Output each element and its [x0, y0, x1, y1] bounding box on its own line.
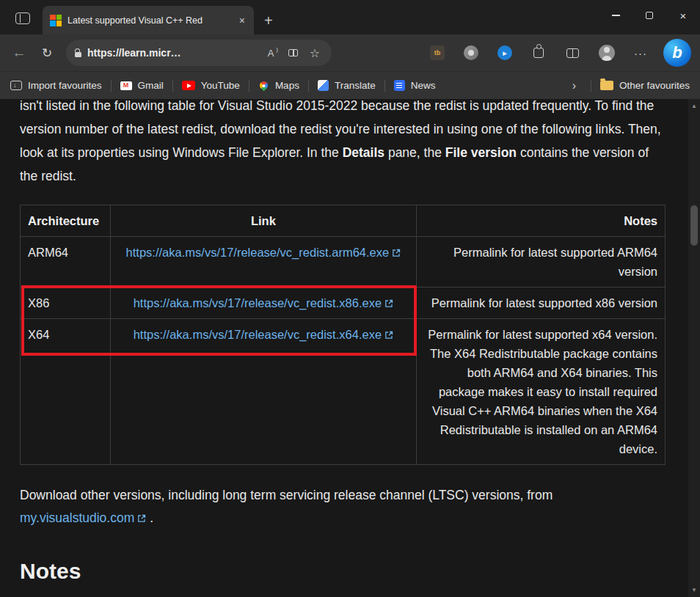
- book-icon: [288, 49, 298, 56]
- table-row-arm64: ARM64 https://aka.ms/vs/17/release/vc_re…: [21, 237, 666, 287]
- page-content: isn't listed in the following table for …: [0, 99, 700, 597]
- favorites-bar: Import favourites Gmail YouTube Maps Tra…: [0, 71, 700, 99]
- link-text: my.visualstudio.com: [20, 510, 134, 525]
- favorite-label: Gmail: [138, 80, 164, 91]
- favorite-star-icon[interactable]: ☆: [307, 45, 323, 61]
- arch-cell: X64: [21, 319, 111, 465]
- external-link-icon: [384, 331, 393, 340]
- favorite-gmail[interactable]: Gmail: [120, 80, 164, 91]
- external-link-icon: [384, 299, 393, 308]
- notes-heading: Notes: [20, 559, 666, 584]
- scroll-up-arrow[interactable]: ▲: [688, 103, 700, 109]
- favorites-overflow-chevron[interactable]: ›: [566, 79, 582, 92]
- external-link-icon: [137, 514, 146, 523]
- import-favorites-icon: [10, 81, 22, 90]
- notes-cell: Permalink for latest supported x86 versi…: [416, 287, 665, 319]
- arch-cell: ARM64: [21, 237, 111, 287]
- import-favourites-button[interactable]: Import favourites: [10, 80, 102, 91]
- other-favourites-button[interactable]: Other favourites: [600, 80, 690, 91]
- tab-close-icon[interactable]: ×: [238, 15, 247, 26]
- profile-avatar[interactable]: [599, 45, 615, 61]
- gmail-icon: [120, 81, 132, 90]
- arch-cell: X86: [21, 287, 111, 319]
- download-text: Download other versions, including long …: [20, 488, 553, 502]
- arm64-redist-link[interactable]: https://aka.ms/vs/17/release/vc_redist.a…: [126, 246, 401, 259]
- link-text: https://aka.ms/vs/17/release/vc_redist.x…: [134, 296, 382, 310]
- column-header-link: Link: [110, 205, 416, 237]
- bing-copilot-button[interactable]: b: [663, 39, 691, 67]
- link-cell: https://aka.ms/vs/17/release/vc_redist.x…: [110, 319, 416, 465]
- table-header-row: Architecture Link Notes: [21, 205, 666, 237]
- favorite-maps[interactable]: Maps: [258, 80, 299, 91]
- link-text: https://aka.ms/vs/17/release/vc_redist.x…: [134, 328, 382, 341]
- lock-icon: [75, 52, 81, 57]
- browser-window: Latest supported Visual C++ Red × + × ← …: [0, 0, 700, 597]
- separator: [384, 80, 385, 92]
- favorite-label: YouTube: [201, 80, 240, 91]
- new-tab-button[interactable]: +: [264, 13, 273, 28]
- intro-bold-details: Details: [343, 145, 384, 160]
- scroll-down-arrow[interactable]: ▼: [688, 587, 700, 593]
- favorite-label: Translate: [335, 80, 376, 91]
- favorite-news[interactable]: News: [394, 80, 436, 91]
- refresh-button[interactable]: ↻: [37, 43, 57, 63]
- favorite-label: Import favourites: [28, 80, 102, 91]
- maps-pin-icon: [258, 80, 270, 92]
- maximize-icon: [646, 12, 653, 19]
- favorite-label: Other favourites: [619, 80, 690, 91]
- redist-table: Architecture Link Notes ARM64 https://ak…: [20, 205, 666, 465]
- link-cell: https://aka.ms/vs/17/release/vc_redist.x…: [110, 287, 416, 319]
- separator: [249, 80, 249, 92]
- column-header-architecture: Architecture: [21, 205, 111, 237]
- settings-more-icon[interactable]: ···: [634, 47, 647, 59]
- back-button[interactable]: ←: [9, 43, 29, 63]
- intro-text-2: pane, the: [384, 145, 445, 160]
- active-browser-tab[interactable]: Latest supported Visual C++ Red ×: [43, 6, 254, 34]
- favorite-youtube[interactable]: YouTube: [182, 80, 240, 91]
- extension-icon-tb[interactable]: tb: [430, 45, 445, 60]
- article-body: isn't listed in the following table for …: [20, 99, 666, 584]
- notes-cell: Permalink for latest supported ARM64 ver…: [416, 237, 665, 287]
- tab-strip: Latest supported Visual C++ Red × + ×: [0, 0, 700, 34]
- separator: [591, 80, 591, 92]
- window-controls: ×: [599, 0, 700, 31]
- link-text: https://aka.ms/vs/17/release/vc_redist.a…: [126, 246, 390, 259]
- extensions-puzzle-icon[interactable]: [533, 48, 544, 58]
- redist-table-wrap: Architecture Link Notes ARM64 https://ak…: [20, 205, 666, 465]
- x86-redist-link[interactable]: https://aka.ms/vs/17/release/vc_redist.x…: [134, 296, 393, 310]
- folder-icon: [600, 81, 613, 90]
- tab-title: Latest supported Visual C++ Red: [68, 15, 232, 26]
- scrollbar-thumb[interactable]: [690, 205, 698, 246]
- toolbar-extensions-area: tb ▸ ···: [430, 45, 647, 61]
- external-link-icon: [392, 249, 401, 257]
- workspace-window-icon: [15, 12, 30, 24]
- table-row-x64: X64 https://aka.ms/vs/17/release/vc_redi…: [21, 319, 666, 465]
- window-close-button[interactable]: ×: [666, 0, 700, 31]
- window-minimize-button[interactable]: [599, 0, 632, 31]
- notes-cell: Permalink for latest supported x64 versi…: [416, 319, 665, 465]
- read-aloud-icon[interactable]: A: [263, 45, 279, 61]
- split-screen-icon[interactable]: [566, 48, 579, 58]
- news-icon: [394, 80, 405, 91]
- link-cell: https://aka.ms/vs/17/release/vc_redist.a…: [110, 237, 416, 287]
- extension-icon-2[interactable]: [464, 45, 478, 60]
- minimize-icon: [612, 15, 620, 16]
- favorite-label: News: [411, 80, 436, 91]
- tab-actions-menu-button[interactable]: [10, 6, 35, 31]
- download-paragraph: Download other versions, including long …: [20, 484, 666, 530]
- favorite-translate[interactable]: Translate: [318, 80, 376, 91]
- browser-toolbar: ← ↻ https://learn.micr… A ☆ tb ▸ ··· b: [0, 34, 700, 71]
- x64-redist-link[interactable]: https://aka.ms/vs/17/release/vc_redist.x…: [134, 328, 393, 341]
- column-header-notes: Notes: [416, 205, 665, 237]
- myvisualstudio-link[interactable]: my.visualstudio.com: [20, 510, 146, 525]
- favorite-label: Maps: [275, 80, 299, 91]
- extension-icon-3[interactable]: ▸: [497, 45, 512, 60]
- immersive-reader-icon[interactable]: [285, 45, 301, 61]
- address-bar[interactable]: https://learn.micr… A ☆: [66, 40, 332, 66]
- table-row-x86: X86 https://aka.ms/vs/17/release/vc_redi…: [21, 287, 666, 319]
- separator: [172, 80, 173, 92]
- scrollbar[interactable]: ▲ ▼: [688, 99, 700, 597]
- window-maximize-button[interactable]: [632, 0, 666, 31]
- intro-bold-file-version: File version: [445, 145, 517, 160]
- separator: [111, 80, 112, 92]
